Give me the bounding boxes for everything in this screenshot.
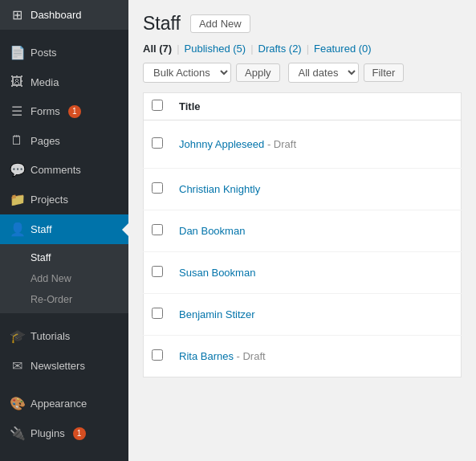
forms-badge: 1 bbox=[68, 105, 81, 118]
newsletters-icon: ✉ bbox=[10, 358, 24, 373]
table-row: Dan Bookman bbox=[144, 210, 462, 252]
add-new-button[interactable]: Add New bbox=[190, 14, 250, 33]
posts-icon: 📄 bbox=[10, 45, 24, 60]
sidebar-item-media[interactable]: 🖼 Media bbox=[0, 67, 128, 96]
sidebar-item-label: Newsletters bbox=[31, 360, 85, 372]
forms-icon: ☰ bbox=[10, 104, 24, 119]
bulk-actions-select[interactable]: Bulk Actions bbox=[143, 63, 231, 83]
apply-button[interactable]: Apply bbox=[236, 63, 280, 82]
filter-button[interactable]: Filter bbox=[364, 63, 405, 82]
row-checkbox[interactable] bbox=[152, 224, 163, 235]
table-row: Benjamin Stitzer bbox=[144, 294, 462, 336]
sidebar-item-appearance[interactable]: 🎨 Appearance bbox=[0, 389, 128, 418]
col-header-title: Title bbox=[171, 93, 462, 120]
plugins-badge: 1 bbox=[73, 427, 86, 440]
sidebar-item-posts[interactable]: 📄 Posts bbox=[0, 38, 128, 67]
page-header: Staff Add New bbox=[143, 13, 462, 35]
dashboard-icon: ⊞ bbox=[10, 7, 24, 22]
tab-drafts[interactable]: Drafts (2) bbox=[254, 43, 307, 55]
sidebar-item-label: Comments bbox=[31, 164, 81, 176]
active-arrow bbox=[122, 223, 128, 236]
staff-name-link[interactable]: Dan Bookman bbox=[179, 225, 245, 237]
table-row: Susan Bookman bbox=[144, 252, 462, 294]
sidebar-item-plugins[interactable]: 🔌 Plugins 1 bbox=[0, 418, 128, 448]
tab-featured[interactable]: Featured (0) bbox=[309, 43, 376, 55]
pages-icon: 🗒 bbox=[10, 133, 24, 148]
draft-label: - Draft bbox=[264, 138, 296, 150]
table-row: Rita Barnes - Draft bbox=[144, 336, 462, 377]
sidebar-item-forms[interactable]: ☰ Forms 1 bbox=[0, 96, 128, 126]
sidebar-item-dashboard[interactable]: ⊞ Dashboard bbox=[0, 0, 128, 30]
sidebar-item-label: Appearance bbox=[31, 398, 87, 410]
sub-menu-item-staff[interactable]: Staff bbox=[0, 247, 128, 268]
staff-name-link[interactable]: Christian Knightly bbox=[179, 183, 260, 195]
sidebar-item-label: Dashboard bbox=[31, 9, 82, 21]
staff-name-link[interactable]: Rita Barnes bbox=[179, 350, 234, 362]
sidebar-item-projects[interactable]: 📁 Projects bbox=[0, 185, 128, 214]
sub-menu-item-add-new[interactable]: Add New bbox=[0, 268, 128, 289]
col-header-checkbox bbox=[144, 93, 172, 120]
staff-table: Title Johnny Appleseed - DraftChristian … bbox=[143, 92, 462, 377]
sidebar-item-label: Tutorials bbox=[31, 330, 70, 342]
sub-menu-item-re-order[interactable]: Re-Order bbox=[0, 289, 128, 310]
draft-label: - Draft bbox=[234, 350, 266, 362]
filter-tabs: All (7) | Published (5) | Drafts (2) | F… bbox=[143, 43, 462, 55]
table-row: Christian Knightly bbox=[144, 169, 462, 210]
select-all-checkbox[interactable] bbox=[152, 100, 163, 111]
tab-all[interactable]: All (7) bbox=[143, 43, 177, 55]
tab-published[interactable]: Published (5) bbox=[180, 43, 251, 55]
sidebar-item-label: Media bbox=[31, 76, 59, 88]
row-checkbox[interactable] bbox=[152, 137, 163, 149]
sidebar-item-comments[interactable]: 💬 Comments bbox=[0, 155, 128, 185]
staff-name-link[interactable]: Johnny Appleseed bbox=[179, 138, 264, 150]
toolbar: Bulk Actions Apply All dates Filter bbox=[143, 63, 462, 83]
sidebar-item-label: Forms bbox=[31, 105, 60, 117]
projects-icon: 📁 bbox=[10, 192, 24, 207]
staff-sub-menu: Staff Add New Re-Order bbox=[0, 244, 128, 313]
main-content: Staff Add New All (7) | Published (5) | … bbox=[128, 0, 476, 461]
sidebar-item-newsletters[interactable]: ✉ Newsletters bbox=[0, 351, 128, 381]
staff-name-link[interactable]: Benjamin Stitzer bbox=[179, 308, 255, 320]
staff-name-link[interactable]: Susan Bookman bbox=[179, 267, 255, 279]
row-checkbox[interactable] bbox=[152, 349, 163, 361]
row-checkbox[interactable] bbox=[152, 182, 163, 194]
plugins-icon: 🔌 bbox=[10, 426, 24, 441]
appearance-icon: 🎨 bbox=[10, 396, 24, 411]
sidebar: ⊞ Dashboard 📄 Posts 🖼 Media ☰ Forms 1 🗒 … bbox=[0, 0, 128, 461]
dates-select[interactable]: All dates bbox=[288, 63, 359, 83]
sidebar-item-label: Posts bbox=[31, 47, 57, 59]
sidebar-item-label: Plugins bbox=[31, 427, 65, 439]
sidebar-item-label: Projects bbox=[31, 194, 68, 206]
sidebar-item-pages[interactable]: 🗒 Pages bbox=[0, 126, 128, 155]
comments-icon: 💬 bbox=[10, 162, 24, 177]
row-checkbox[interactable] bbox=[152, 308, 163, 319]
page-title: Staff bbox=[143, 13, 181, 35]
sidebar-item-tutorials[interactable]: 🎓 Tutorials bbox=[0, 321, 128, 351]
tutorials-icon: 🎓 bbox=[10, 328, 24, 344]
sidebar-item-staff[interactable]: 👤 Staff bbox=[0, 214, 128, 244]
media-icon: 🖼 bbox=[10, 75, 24, 89]
sidebar-item-label: Staff bbox=[31, 223, 52, 235]
staff-icon: 👤 bbox=[10, 222, 24, 237]
row-checkbox[interactable] bbox=[152, 266, 163, 277]
sidebar-item-label: Pages bbox=[31, 135, 60, 147]
table-row: Johnny Appleseed - Draft bbox=[144, 120, 462, 169]
